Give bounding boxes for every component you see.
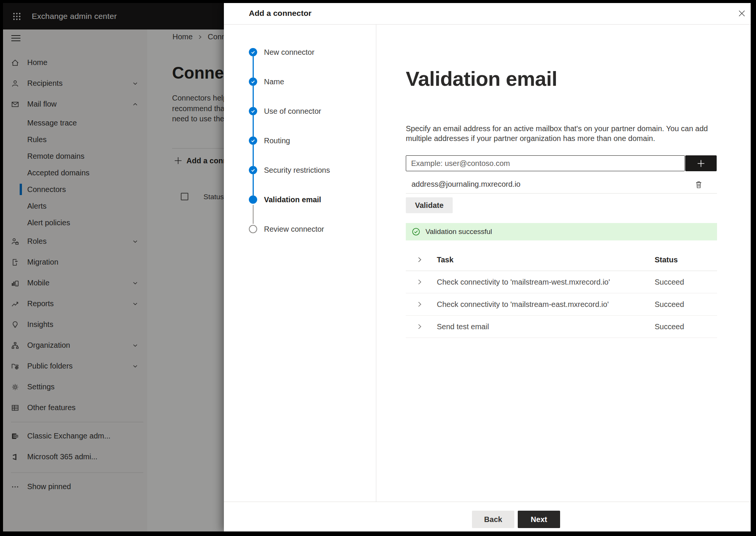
- status-cell: Succeed: [655, 278, 684, 287]
- validation-success-banner: Validation successful: [406, 223, 717, 240]
- added-address: address@journaling.mxrecord.io: [411, 180, 520, 189]
- table-row[interactable]: Send test email Succeed: [406, 316, 717, 338]
- step-done-icon: [249, 77, 257, 86]
- task-cell: Send test email: [437, 322, 489, 331]
- panel-title: Add a connector: [249, 9, 312, 18]
- content-description: Specify an email address for an active m…: [406, 124, 727, 143]
- step-new-connector[interactable]: New connector: [249, 47, 314, 57]
- step-routing[interactable]: Routing: [249, 136, 290, 146]
- step-validation-email[interactable]: Validation email: [249, 195, 321, 204]
- close-icon[interactable]: [736, 8, 747, 19]
- table-header-row: Task Status: [406, 249, 717, 271]
- panel-footer: Back Next: [224, 502, 751, 531]
- step-use-of-connector[interactable]: Use of connector: [249, 106, 321, 116]
- task-cell: Check connectivity to 'mailstream-west.m…: [437, 278, 610, 287]
- task-cell: Check connectivity to 'mailstream-east.m…: [437, 300, 609, 309]
- back-button[interactable]: Back: [472, 511, 514, 528]
- divider: [406, 193, 717, 194]
- step-done-icon: [249, 107, 257, 115]
- step-done-icon: [249, 136, 257, 145]
- status-column-header: Status: [655, 256, 678, 264]
- expand-row-chevron-icon[interactable]: [416, 323, 423, 330]
- step-current-icon: [249, 195, 257, 204]
- app-window: Exchange admin center Home Recipients Ma…: [3, 3, 751, 531]
- task-column-header: Task: [437, 256, 453, 264]
- step-upcoming-icon: [249, 225, 257, 233]
- table-row[interactable]: Check connectivity to 'mailstream-east.m…: [406, 293, 717, 316]
- next-button[interactable]: Next: [518, 511, 560, 528]
- step-review-connector[interactable]: Review connector: [249, 224, 324, 234]
- panel-header: Add a connector: [224, 3, 751, 25]
- step-done-icon: [249, 48, 257, 56]
- success-message: Validation successful: [425, 228, 492, 236]
- added-address-row: address@journaling.mxrecord.io: [406, 175, 717, 193]
- validate-button[interactable]: Validate: [406, 197, 453, 213]
- status-cell: Succeed: [655, 322, 684, 331]
- validation-task-table: Task Status Check connectivity to 'mails…: [406, 249, 717, 338]
- panel-content: Validation email Specify an email addres…: [376, 25, 751, 502]
- table-row[interactable]: Check connectivity to 'mailstream-west.m…: [406, 271, 717, 293]
- expand-row-chevron-icon[interactable]: [416, 279, 423, 286]
- expand-all-chevron-icon[interactable]: [416, 256, 423, 263]
- email-input[interactable]: [406, 155, 685, 171]
- content-heading: Validation email: [406, 67, 557, 90]
- trash-icon[interactable]: [694, 180, 703, 189]
- step-name[interactable]: Name: [249, 77, 284, 87]
- expand-row-chevron-icon[interactable]: [416, 301, 423, 308]
- wizard-steps: New connector Name Use of connector Rout…: [224, 25, 376, 502]
- success-check-icon: [412, 228, 420, 236]
- add-connector-panel: Add a connector New connector Name: [224, 3, 751, 531]
- step-security-restrictions[interactable]: Security restrictions: [249, 165, 330, 175]
- email-entry-row: [406, 155, 717, 171]
- step-done-icon: [249, 166, 257, 174]
- status-cell: Succeed: [655, 300, 684, 309]
- add-email-button[interactable]: [685, 155, 717, 171]
